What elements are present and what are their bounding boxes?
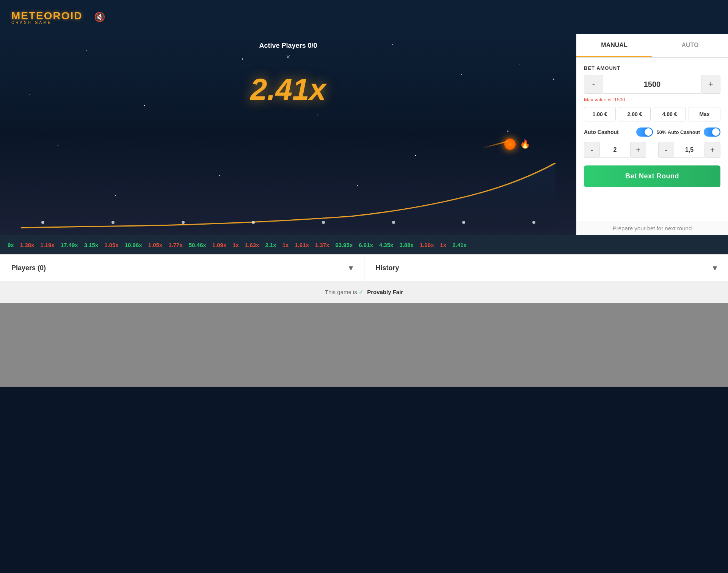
ticker-item: 1.19x (40, 242, 55, 248)
logo-name: METEOROID (11, 10, 83, 22)
tab-auto[interactable]: AUTO (652, 34, 728, 57)
cashout-stepper-group: - 2 + (584, 142, 646, 158)
ticker-item: 50.46x (189, 242, 206, 248)
bet-panel: BET AMOUNT - + Max value is: 1500 1.00 €… (576, 58, 728, 221)
bet-minus-button[interactable]: - (584, 75, 603, 94)
players-chevron-icon: ▾ (349, 263, 353, 272)
ticker-item: 1.05x (104, 242, 119, 248)
ticker-item: 4.35x (379, 242, 394, 248)
quick-bet-1[interactable]: 1.00 € (584, 107, 616, 121)
cashout-stepper-plus[interactable]: + (630, 142, 646, 158)
auto-cashout-50-label: 50% Auto Cashout (657, 129, 700, 135)
stars-background (0, 34, 576, 235)
ticker-item: 1.77x (168, 242, 183, 248)
history-panel[interactable]: History ▾ (364, 255, 728, 281)
cashout-stepper-minus[interactable]: - (584, 142, 600, 158)
players-panel[interactable]: Players (0) ▾ (0, 255, 364, 281)
bet-plus-button[interactable]: + (701, 75, 720, 94)
quick-bet-max[interactable]: Max (689, 107, 720, 121)
prepare-text: Prepare your bet for next round (576, 221, 728, 235)
players-label: Players (0) (11, 264, 46, 272)
bottom-panels: Players (0) ▾ History ▾ (0, 254, 728, 281)
dark-footer (0, 387, 728, 463)
tab-manual[interactable]: MANUAL (576, 34, 652, 57)
game-area: Active Players 0/0 × 2.41x 🔥 (0, 34, 576, 235)
ticker-item: 3.88x (399, 242, 414, 248)
quick-bet-2[interactable]: 2.00 € (619, 107, 651, 121)
auto-cashout-toggle[interactable] (636, 128, 653, 137)
right-panel: MANUAL AUTO BET AMOUNT - + Max value is:… (576, 34, 728, 235)
gray-bottom-area (0, 303, 728, 387)
ticker-item: 1.61x (295, 242, 309, 248)
ticker-item: 1.37x (315, 242, 329, 248)
ticker-item: 3.15x (84, 242, 99, 248)
ticker-item: 1.06x (420, 242, 434, 248)
meteor-icon: 🔥 (504, 139, 527, 161)
bet-amount-input[interactable] (603, 75, 701, 94)
provably-fair-prefix: This game is (325, 289, 357, 295)
cashout50-stepper-value: 1,5 (674, 142, 704, 158)
history-chevron-icon: ▾ (713, 263, 717, 272)
ticker-item: 10.96x (125, 242, 142, 248)
ticker-item: 1.05x (148, 242, 163, 248)
ticker-item: 1x (232, 242, 239, 248)
ticker-inner: 9x1.38x1.19x17.49x3.15x1.05x10.96x1.05x1… (8, 242, 467, 248)
ticker-item: 63.95x (335, 242, 353, 248)
quick-bet-row: 1.00 € 2.00 € 4.00 € Max (584, 107, 720, 121)
provably-fair-bar: This game is ✓ Provably Fair (0, 281, 728, 303)
game-container: Active Players 0/0 × 2.41x 🔥 (0, 34, 728, 235)
provably-fair-label[interactable]: Provably Fair (367, 289, 403, 295)
cashout50-stepper-minus[interactable]: - (658, 142, 674, 158)
quick-bet-3[interactable]: 4.00 € (654, 107, 686, 121)
curve-dots (0, 221, 576, 224)
ticker-item: 9x (8, 242, 14, 248)
history-label: History (376, 264, 399, 272)
check-icon: ✓ (359, 289, 364, 295)
ticker-item: 6.61x (359, 242, 373, 248)
bet-next-round-button[interactable]: Bet Next Round (584, 165, 720, 187)
tabs-container: MANUAL AUTO (576, 34, 728, 58)
stepper-row: - 2 + - 1,5 + (584, 142, 720, 158)
active-players-label: Active Players 0/0 (259, 42, 317, 50)
top-bar: METEOROID CRASH GAME 🔇 (0, 0, 728, 34)
ticker-item: 1.38x (20, 242, 35, 248)
ticker-item: 1x (440, 242, 446, 248)
ticker-item: 1.09x (212, 242, 227, 248)
ticker-item: 17.49x (61, 242, 78, 248)
logo-container: METEOROID CRASH GAME (11, 10, 83, 25)
bet-input-row: - + (584, 75, 720, 94)
auto-cashout-label: Auto Cashout (584, 129, 632, 135)
cashout-stepper-value: 2 (600, 142, 630, 158)
ticker-item: 2.41x (452, 242, 467, 248)
auto-cashout-50-toggle[interactable] (704, 128, 720, 137)
multiplier-display: 2.41x (250, 72, 326, 107)
close-icon[interactable]: × (286, 53, 290, 61)
history-ticker: 9x1.38x1.19x17.49x3.15x1.05x10.96x1.05x1… (0, 235, 728, 254)
sound-icon[interactable]: 🔇 (94, 12, 105, 22)
auto-cashout-row: Auto Cashout 50% Auto Cashout (584, 128, 720, 137)
ticker-item: 2.1x (265, 242, 276, 248)
cashout50-stepper-group: - 1,5 + (658, 142, 720, 158)
cashout50-stepper-plus[interactable]: + (704, 142, 720, 158)
bet-amount-label: BET AMOUNT (584, 65, 720, 71)
ticker-item: 1x (282, 242, 289, 248)
max-value-message: Max value is: 1500 (584, 97, 720, 102)
ticker-item: 1.63x (245, 242, 259, 248)
